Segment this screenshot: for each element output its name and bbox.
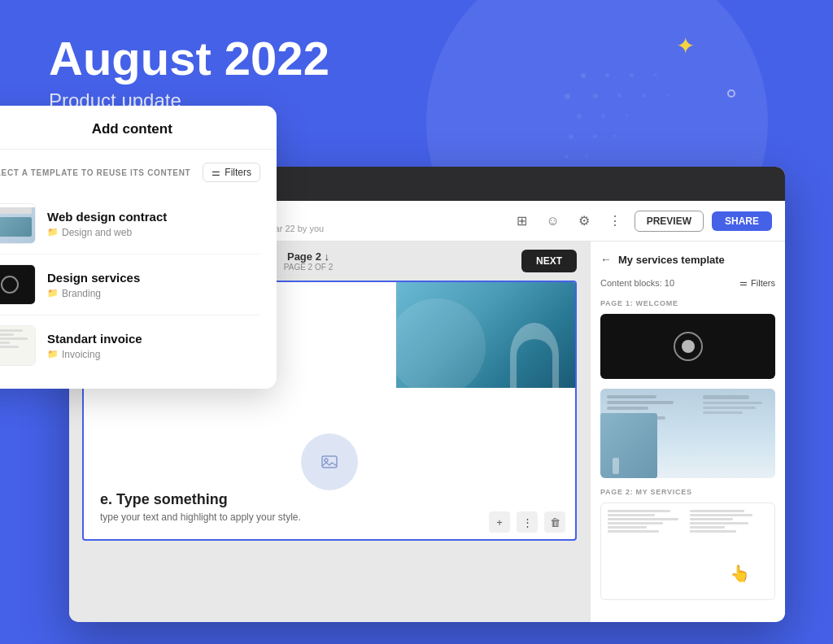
- next-button[interactable]: NEXT: [521, 250, 577, 272]
- add-content-modal: × Add content SELECT A TEMPLATE TO REUSE…: [0, 106, 277, 389]
- content-blocks-count: Content blocks: 10: [600, 278, 674, 288]
- more-options-icon[interactable]: ⋮: [604, 210, 626, 233]
- template-name-invoice: Standart invoice: [47, 332, 260, 346]
- service-item-1: [608, 510, 687, 533]
- panel-back-arrow[interactable]: ←: [600, 253, 612, 266]
- template-thumb-design: [0, 264, 36, 305]
- settings-icon[interactable]: ⚙: [573, 210, 595, 233]
- modal-section-label: SELECT A TEMPLATE TO REUSE ITS CONTENT: [0, 168, 190, 177]
- template-category-label-web: Design and web: [62, 227, 132, 238]
- svg-rect-0: [322, 456, 337, 468]
- preview-proposal-left: [600, 389, 696, 478]
- template-name-web: Web design contract: [47, 210, 260, 224]
- panel-header: ← My services template: [600, 253, 775, 266]
- page-sub: PAGE 2 OF 2: [284, 263, 333, 272]
- page-title: August 2022: [49, 33, 329, 85]
- star-decoration: ✦: [676, 33, 695, 59]
- template-info-invoice: Standart invoice 📁 Invoicing: [47, 332, 260, 360]
- preview-person: [613, 458, 619, 474]
- folder-icon-design: 📁: [47, 288, 59, 298]
- template-category-label-invoice: Invoicing: [62, 349, 100, 360]
- folder-icon-web: 📁: [47, 227, 59, 237]
- template-category-design: 📁 Branding: [47, 288, 260, 299]
- template-thumb-invoice: [0, 325, 36, 366]
- editor-text-title[interactable]: e. Type something: [100, 491, 559, 508]
- thumb-web-bar: [0, 207, 32, 214]
- preview-proposal-right: [696, 389, 775, 478]
- preview-circle: [674, 332, 703, 361]
- modal-body: SELECT A TEMPLATE TO REUSE ITS CONTENT ⚌…: [0, 150, 277, 389]
- thumb-web-img: [0, 217, 32, 237]
- panel-filter-button[interactable]: ⚌ Filters: [739, 277, 775, 288]
- page1-section-label: PAGE 1: WELCOME: [600, 299, 775, 307]
- page2-preview: 👆: [600, 503, 775, 600]
- modal-header: × Add content: [0, 106, 277, 150]
- modal-filter-button[interactable]: ⚌ Filters: [203, 163, 260, 182]
- placeholder-circle: [301, 433, 358, 490]
- filter-icon: ⚌: [739, 277, 748, 288]
- thumb-web-bg: [0, 207, 35, 244]
- editor-text-body: type your text and highlight to apply yo…: [100, 511, 559, 523]
- preview-black-bg: [600, 314, 775, 379]
- template-name-design: Design services: [47, 271, 260, 285]
- share-button[interactable]: SHARE: [712, 211, 772, 231]
- page-indicator: Page 2 ↓ PAGE 2 OF 2: [284, 250, 333, 272]
- filter-label: Filters: [751, 278, 775, 288]
- modal-section-header: SELECT A TEMPLATE TO REUSE ITS CONTENT ⚌…: [0, 163, 260, 182]
- preview-proposal-img: [600, 413, 657, 478]
- thumb-design-circle: [1, 276, 19, 294]
- modal-title: Add content: [4, 121, 260, 137]
- folder-icon-invoice: 📁: [47, 349, 59, 359]
- header-section: August 2022 Product update: [49, 33, 329, 112]
- page-num: Page 2 ↓: [287, 250, 329, 263]
- services-grid: [608, 510, 768, 533]
- circle-decoration: [727, 89, 735, 98]
- panel-title: My services template: [618, 254, 725, 266]
- template-category-invoice: 📁 Invoicing: [47, 349, 260, 360]
- preview-cursor: 👆: [730, 564, 750, 583]
- hero-shape: [396, 298, 486, 388]
- template-panel: ← My services template Content blocks: 1…: [590, 242, 785, 622]
- placeholder-block: [301, 433, 358, 498]
- template-item-design[interactable]: Design services 📁 Branding: [0, 255, 260, 315]
- page1-proposal-preview: [600, 389, 775, 478]
- template-item-web-design[interactable]: Web design contract 📁 Design and web: [0, 194, 260, 255]
- thumb-design-bg: [0, 265, 35, 304]
- toolbar-actions: ⊞ ☺ ⚙ ⋮ PREVIEW SHARE: [511, 210, 772, 233]
- svg-point-1: [325, 459, 328, 462]
- template-thumb-web: [0, 203, 36, 244]
- thumb-invoice-bg: [0, 326, 35, 365]
- template-info-design: Design services 📁 Branding: [47, 271, 260, 299]
- template-list: Web design contract 📁 Design and web Des…: [0, 194, 260, 376]
- hero-arch: [510, 323, 559, 388]
- template-info-web: Web design contract 📁 Design and web: [47, 210, 260, 238]
- editor-hero-image: [396, 282, 575, 388]
- modal-filter-label: Filters: [225, 167, 251, 178]
- preview-inner-circle: [682, 340, 695, 353]
- page2-section-label: PAGE 2: MY SERVICES: [600, 488, 775, 496]
- template-category-web: 📁 Design and web: [47, 227, 260, 238]
- service-item-2: [690, 510, 769, 533]
- emoji-icon[interactable]: ☺: [542, 210, 565, 233]
- page1-preview: [600, 314, 775, 379]
- panel-meta: Content blocks: 10 ⚌ Filters: [600, 277, 775, 288]
- modal-filter-icon: ⚌: [212, 167, 220, 178]
- template-category-label-design: Branding: [62, 288, 101, 299]
- preview-proposal: [600, 389, 775, 478]
- template-item-invoice[interactable]: Standart invoice 📁 Invoicing: [0, 315, 260, 376]
- editor-text-block: e. Type something type your text and hig…: [100, 491, 559, 523]
- template-icon[interactable]: ⊞: [511, 210, 534, 233]
- preview-button[interactable]: PREVIEW: [635, 211, 704, 232]
